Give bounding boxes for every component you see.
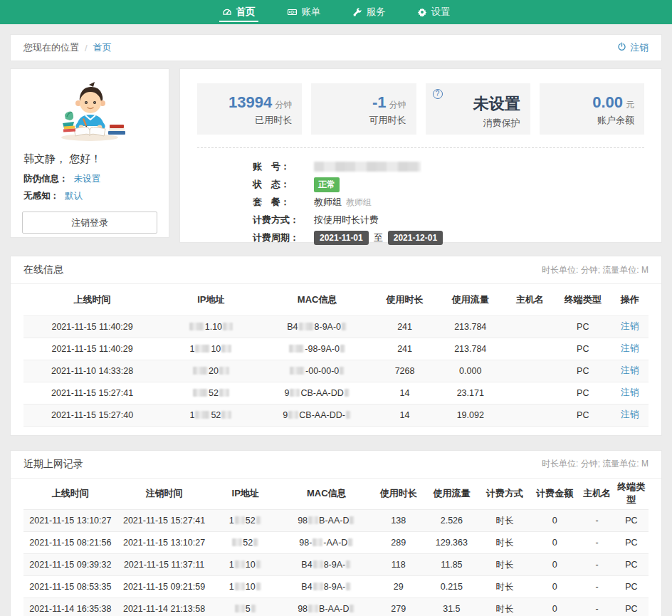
- stat-value-row: -1分钟: [321, 93, 406, 112]
- redacted-text: [288, 411, 298, 419]
- nav-tab-label: 设置: [431, 6, 451, 19]
- table-cell: PC: [555, 315, 611, 338]
- session-logout-link[interactable]: 注销: [621, 321, 639, 331]
- column-header-主机名: 主机名: [579, 479, 614, 510]
- redacted-text: [221, 411, 231, 419]
- table-cell: 时长: [480, 554, 530, 576]
- nav-tab-首页[interactable]: 首页: [212, 0, 266, 24]
- table-cell: 2021-11-15 15:27:41: [23, 382, 161, 404]
- stat-value: 未设置: [473, 95, 520, 113]
- nav-tab-设置[interactable]: 设置: [407, 0, 461, 24]
- redacted-text: [256, 583, 261, 590]
- table-row: 2021-11-15 08:53:352021-11-15 09:21:5911…: [23, 576, 649, 598]
- table-cell: 0: [530, 576, 579, 598]
- session-logout-link[interactable]: 注销: [621, 387, 639, 397]
- column-header-IP地址: IP地址: [211, 479, 280, 510]
- recent-records-table: 上线时间注销时间IP地址MAC信息使用时长使用流量计费方式计费金额主机名终端类型…: [23, 479, 649, 616]
- table-cell: 52: [161, 382, 261, 404]
- column-header-IP地址: IP地址: [161, 284, 261, 315]
- stat-box-已用时长: 13994分钟已用时长: [197, 83, 302, 135]
- table-cell: 14: [374, 404, 436, 426]
- session-logout-link[interactable]: 注销: [621, 365, 639, 375]
- account-info-label: 套 餐：: [253, 196, 314, 209]
- table-cell: 110: [211, 576, 280, 598]
- table-cell: 9CB-AA-DD-: [261, 404, 374, 426]
- table-cell: 241: [374, 338, 436, 360]
- account-info-value: 按使用时长计费: [314, 214, 379, 226]
- redacted-text: [195, 345, 210, 353]
- table-cell: -98-9A-0: [261, 338, 374, 360]
- table-cell: 0.215: [424, 576, 480, 598]
- table-cell: PC: [555, 360, 611, 382]
- redacted-text: [313, 583, 323, 590]
- profile-info-link[interactable]: 未设置: [74, 174, 101, 184]
- table-cell: [505, 338, 555, 360]
- profile-info-row: 防伪信息：未设置: [23, 173, 157, 185]
- redacted-text: [342, 323, 347, 330]
- top-logout-label: 注销: [630, 41, 649, 54]
- table-cell: 0: [530, 598, 579, 616]
- online-section-title: 在线信息: [23, 263, 63, 276]
- stat-value: -1: [372, 93, 387, 111]
- breadcrumb-bar: 您现在的位置 / 首页 注销: [10, 34, 662, 61]
- table-row: 2021-11-15 08:21:562021-11-15 13:10:2752…: [23, 532, 649, 554]
- nav-tab-label: 服务: [367, 6, 386, 19]
- redacted-text: [340, 367, 345, 375]
- redacted-text: [290, 389, 300, 397]
- column-header-上线时间: 上线时间: [23, 284, 161, 315]
- table-cell: 138: [374, 510, 424, 532]
- table-cell: 7268: [374, 360, 436, 382]
- bill-icon: [287, 7, 298, 17]
- redacted-text: [221, 345, 231, 353]
- logout-button[interactable]: 注销登录: [22, 212, 157, 234]
- table-cell-action: 注销: [611, 404, 649, 426]
- gear-icon: [417, 7, 427, 17]
- table-cell: 2021-11-15 09:39:32: [23, 554, 117, 576]
- breadcrumb-home-link[interactable]: 首页: [93, 41, 112, 54]
- profile-info-link[interactable]: 默认: [65, 191, 83, 201]
- account-info-label: 计费方式：: [253, 214, 314, 226]
- account-info-row: 套 餐：教师组教师组: [253, 194, 644, 211]
- stat-box-可用时长: -1分钟可用时长: [311, 83, 416, 135]
- column-header-计费金额: 计费金额: [530, 479, 579, 510]
- recent-units-note: 时长单位: 分钟; 流量单位: M: [542, 458, 649, 470]
- column-header-使用时长: 使用时长: [374, 284, 436, 315]
- account-info-row: 计费方式：按使用时长计费: [253, 212, 644, 229]
- table-cell: 2021-11-15 08:53:35: [23, 576, 117, 598]
- table-cell: 2021-11-15 15:27:41: [117, 510, 211, 532]
- stat-label: 已用时长: [207, 114, 292, 127]
- top-logout-link[interactable]: 注销: [617, 41, 649, 54]
- redacted-text: [232, 538, 242, 546]
- redacted-text: [219, 367, 229, 375]
- table-cell: 0: [530, 510, 579, 532]
- nav-tab-服务[interactable]: 服务: [342, 0, 396, 24]
- table-cell: PC: [614, 510, 649, 532]
- table-cell: 时长: [480, 598, 530, 616]
- help-icon[interactable]: ?: [433, 89, 443, 99]
- table-cell: 2021-11-15 13:10:27: [23, 510, 117, 532]
- redacted-text: [219, 389, 229, 397]
- table-cell: 2021-11-14 21:13:58: [117, 598, 211, 616]
- redacted-text: [251, 605, 256, 612]
- nav-tab-账单[interactable]: 账单: [277, 0, 331, 24]
- billing-period-end: 2021-12-01: [388, 231, 443, 245]
- redacted-text: [235, 583, 245, 590]
- plan-value: 教师组: [314, 196, 342, 209]
- session-logout-link[interactable]: 注销: [621, 409, 639, 419]
- service-icon: [352, 7, 362, 17]
- table-cell: B48-9A-: [280, 576, 374, 598]
- table-cell-action: 注销: [611, 338, 649, 360]
- profile-info-label: 无感知：: [23, 191, 59, 201]
- table-row: 2021-11-14 16:35:382021-11-14 21:13:5859…: [23, 598, 649, 616]
- redacted-text: [189, 323, 204, 330]
- account-number-redacted: [314, 162, 421, 172]
- session-logout-link[interactable]: 注销: [621, 343, 639, 353]
- table-row: 2021-11-15 09:39:322021-11-15 11:37:1111…: [23, 554, 649, 576]
- column-header-MAC信息: MAC信息: [280, 479, 374, 510]
- table-cell: 时长: [480, 576, 530, 598]
- stat-unit: 分钟: [389, 100, 406, 110]
- table-row: 2021-11-15 11:40:29110-98-9A-0241213.784…: [23, 338, 649, 360]
- redacted-text: [308, 516, 318, 524]
- table-cell: -: [579, 510, 614, 532]
- redacted-text: [195, 411, 210, 419]
